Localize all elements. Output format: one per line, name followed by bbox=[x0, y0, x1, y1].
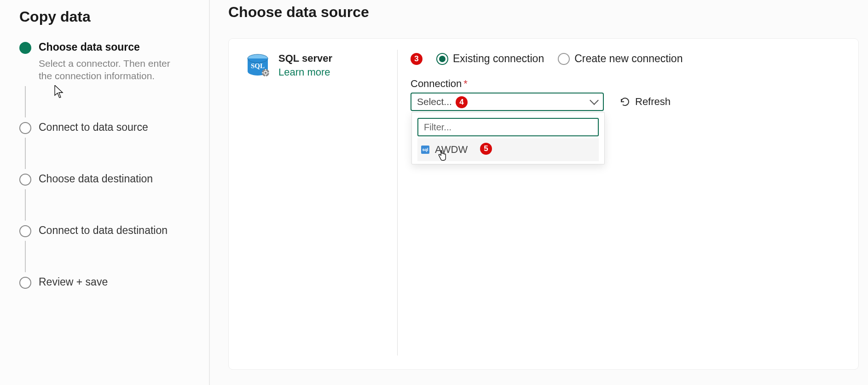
radio-existing-connection[interactable]: Existing connection bbox=[436, 52, 544, 65]
step-title: Connect to data source bbox=[39, 121, 148, 134]
radio-label: Create new connection bbox=[574, 52, 683, 65]
step-connector-line bbox=[25, 86, 26, 117]
refresh-icon bbox=[619, 96, 631, 107]
step-indicator-active-icon bbox=[19, 42, 31, 54]
required-asterisk: * bbox=[463, 78, 468, 89]
step-title: Connect to data destination bbox=[39, 224, 168, 237]
connection-dropdown: sql AWDW 5 bbox=[411, 112, 605, 164]
wizard-sidebar: Copy data Choose data source Select a co… bbox=[0, 0, 210, 385]
step-description: Select a connector. Then enter the conne… bbox=[39, 57, 177, 82]
callout-badge-4: 4 bbox=[456, 96, 468, 108]
data-source-panel: SQL SQL server Learn more 3 bbox=[228, 38, 859, 370]
connection-form: 3 Existing connection Create new connect… bbox=[411, 52, 842, 111]
connection-label: Connection* bbox=[411, 78, 842, 90]
step-indicator-icon bbox=[19, 174, 31, 186]
refresh-button[interactable]: Refresh bbox=[619, 96, 671, 108]
main-content: Choose data source SQL SQ bbox=[210, 0, 868, 385]
sql-mini-icon: sql bbox=[421, 146, 429, 154]
connection-select[interactable]: Select... 4 sql AWDW 5 bbox=[411, 93, 604, 111]
connection-option-awdw[interactable]: sql AWDW 5 bbox=[417, 138, 599, 161]
radio-create-new-connection[interactable]: Create new connection bbox=[558, 52, 683, 65]
connection-mode-radios: 3 Existing connection Create new connect… bbox=[411, 52, 842, 65]
svg-text:SQL: SQL bbox=[251, 62, 265, 70]
page-title: Choose data source bbox=[228, 4, 868, 21]
step-indicator-icon bbox=[19, 277, 31, 289]
learn-more-link[interactable]: Learn more bbox=[278, 66, 332, 78]
chevron-down-icon bbox=[590, 96, 599, 105]
vertical-divider bbox=[397, 50, 398, 356]
step-connector-line bbox=[25, 241, 26, 272]
step-review-save[interactable]: Review + save bbox=[19, 276, 191, 289]
step-title: Choose data destination bbox=[39, 173, 153, 185]
callout-badge-3: 3 bbox=[411, 53, 422, 65]
radio-selected-icon bbox=[436, 53, 448, 65]
radio-label: Existing connection bbox=[453, 52, 544, 65]
radio-unselected-icon bbox=[558, 53, 570, 65]
step-connector-line bbox=[25, 138, 26, 169]
connector-name: SQL server bbox=[278, 52, 332, 64]
refresh-label: Refresh bbox=[635, 96, 671, 108]
connection-filter-input[interactable] bbox=[417, 118, 599, 136]
callout-badge-5: 5 bbox=[480, 143, 492, 155]
connector-info: SQL SQL server Learn more bbox=[245, 52, 397, 78]
step-connector-line bbox=[25, 189, 26, 221]
step-title: Choose data source bbox=[39, 41, 177, 53]
step-title: Review + save bbox=[39, 276, 108, 288]
step-indicator-icon bbox=[19, 225, 31, 237]
step-connect-to-data-destination[interactable]: Connect to data destination bbox=[19, 224, 191, 237]
sql-server-icon: SQL bbox=[245, 52, 270, 77]
select-placeholder: Select... bbox=[417, 96, 452, 107]
step-indicator-icon bbox=[19, 122, 31, 134]
step-connect-to-data-source[interactable]: Connect to data source bbox=[19, 121, 191, 134]
wizard-steps: Choose data source Select a connector. T… bbox=[19, 41, 191, 289]
cursor-hand-icon bbox=[437, 150, 447, 163]
step-choose-data-destination[interactable]: Choose data destination bbox=[19, 173, 191, 186]
cursor-arrow-icon bbox=[54, 85, 64, 98]
sidebar-title: Copy data bbox=[19, 8, 191, 25]
step-choose-data-source[interactable]: Choose data source Select a connector. T… bbox=[19, 41, 191, 82]
